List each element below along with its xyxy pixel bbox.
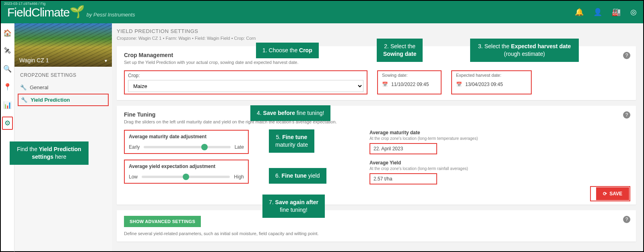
gear-icon[interactable]: ⚙ [2, 117, 13, 130]
harvest-date-label: Expected harvest date: [456, 73, 527, 78]
sidebar-item-yield-prediction[interactable]: 🔧 Yield Prediction [18, 94, 109, 106]
maturity-slider-group: Average maturity date adjustment Early L… [124, 130, 249, 154]
sidebar-section-title: CROPZONE SETTINGS [14, 67, 112, 81]
logo-subtitle: by Pessl Instruments [87, 12, 135, 18]
advanced-subtext: Define several yield-related parameters,… [124, 231, 629, 236]
user-icon[interactable]: 👤 [593, 8, 602, 16]
crop-label: Crop: [128, 73, 363, 78]
pin-icon[interactable]: 📍 [3, 80, 12, 94]
sidebar-item-general[interactable]: 🔧 General [14, 81, 112, 94]
wrench-icon: 🔧 [21, 97, 27, 103]
help-icon[interactable]: ? [623, 216, 630, 223]
result-title: Average Yield [369, 160, 478, 166]
slider-thumb[interactable] [183, 174, 189, 180]
header-actions: 🔔 👤 🏭 ◎ [575, 8, 637, 16]
calendar-icon: 📅 [456, 82, 462, 87]
sowing-date-input[interactable]: 📅 11/10/2022 09:45 [382, 82, 437, 87]
result-subtext: At the crop zone's location (long-term t… [369, 136, 478, 141]
sowing-date-group: Sowing date: 📅 11/10/2022 09:45 [377, 70, 442, 94]
app-logo: FieldClimate🌱 [7, 5, 84, 19]
fine-tuning-card: Fine Tuning Drag the sliders on the left… [117, 106, 636, 205]
callout-step-2: 2. Select the Sowing date [377, 39, 423, 62]
crop-field-group: Crop: Maize [124, 70, 367, 94]
harvest-date-group: Expected harvest date: 📅 13/04/2023 09:4… [451, 70, 532, 94]
wrench-icon: 🔧 [20, 84, 27, 90]
slider-thumb[interactable] [201, 144, 208, 150]
maturity-date-value: 22. April 2023 [369, 143, 437, 154]
nav-rail: 🏠 🛰 🔍 📍 📊 ⚙ [0, 23, 14, 252]
page-title: YIELD PREDICTION SETTINGS [117, 28, 636, 34]
slider-max-label: High [234, 174, 244, 180]
slider-max-label: Late [235, 144, 244, 150]
build-tag: 2023-03-17.c97a466 / Fig [4, 2, 45, 6]
callout-step-4: 4. Save before fine tuning! [250, 105, 330, 121]
satellite-icon[interactable]: 🛰 [4, 45, 11, 57]
zoom-icon[interactable]: 🔍 [3, 62, 12, 76]
section-subtext: Drag the sliders on the left until matur… [124, 119, 629, 124]
slider-label: Average maturity date adjustment [129, 134, 244, 139]
bell-icon[interactable]: 🔔 [575, 8, 584, 16]
leaf-icon: 🌱 [70, 4, 84, 18]
sidebar: Wagin CZ 1 ▾ CROPZONE SETTINGS 🔧 General… [14, 23, 112, 252]
app-header: 2023-03-17.c97a466 / Fig FieldClimate🌱 b… [0, 0, 644, 23]
save-button[interactable]: ⟳ SAVE [597, 188, 629, 200]
slider-label: Average yield expectation adjustment [129, 164, 244, 169]
show-advanced-button[interactable]: SHOW ADVANCED SETTINGS [124, 216, 201, 227]
help-icon[interactable]: ? [623, 52, 630, 59]
yield-slider-group: Average yield expectation adjustment Low… [124, 160, 249, 184]
harvest-date-input[interactable]: 📅 13/04/2023 09:45 [456, 82, 527, 87]
sowing-date-label: Sowing date: [382, 73, 437, 78]
callout-step-7: 7. Save again after fine tuning! [262, 195, 325, 218]
callout-step-5: 5. Fine tune maturity date [269, 129, 314, 153]
callout-find-settings: Find the Yield Prediction settings here [10, 141, 89, 165]
cropzone-name: Wagin CZ 1 [19, 57, 49, 64]
help-icon[interactable]: ? [623, 111, 630, 119]
result-title: Average maturity date [369, 130, 478, 135]
calendar-icon: 📅 [382, 82, 388, 87]
result-subtext: At the crop zone's location (long-term r… [369, 166, 478, 171]
advanced-settings-card: ? SHOW ADVANCED SETTINGS Define several … [117, 210, 636, 242]
chart-icon[interactable]: 📊 [3, 98, 12, 112]
callout-step-1: 1. Choose the Crop [256, 43, 319, 58]
callout-step-3: 3. Select the Expected harvest date (rou… [470, 39, 579, 62]
yield-result-group: Average Yield At the crop zone's locatio… [369, 160, 478, 184]
yield-slider[interactable] [142, 176, 230, 178]
maturity-result-group: Average maturity date At the crop zone's… [369, 130, 478, 154]
farm-icon[interactable]: 🏭 [612, 8, 621, 16]
broadcast-icon[interactable]: ◎ [630, 8, 637, 16]
yield-value: 2.57 t/ha [369, 173, 437, 184]
home-icon[interactable]: 🏠 [3, 27, 12, 40]
cropzone-image[interactable]: Wagin CZ 1 ▾ [14, 23, 112, 67]
chevron-down-icon[interactable]: ▾ [105, 58, 107, 64]
sidebar-item-label: General [30, 84, 48, 90]
maturity-slider[interactable] [144, 146, 230, 148]
crop-select[interactable]: Maize [128, 80, 363, 92]
slider-min-label: Low [129, 174, 138, 180]
section-heading: Fine Tuning [124, 111, 629, 118]
slider-min-label: Early [129, 144, 140, 150]
refresh-icon: ⟳ [603, 191, 607, 197]
callout-step-6: 6. Fine tune yield [269, 168, 326, 184]
sidebar-item-label: Yield Prediction [31, 97, 70, 103]
